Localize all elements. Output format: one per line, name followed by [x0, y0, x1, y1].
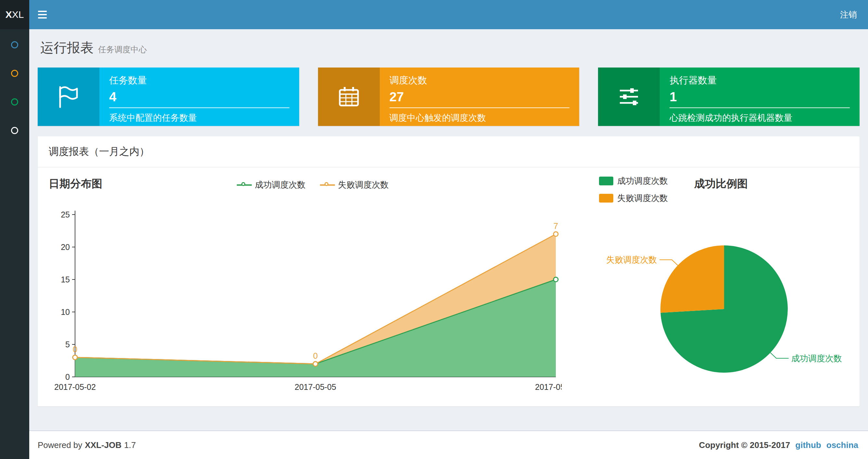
- sidebar: [0, 29, 29, 459]
- svg-text:成功调度次数: 成功调度次数: [791, 354, 842, 363]
- date-distribution-section: 日期分布图 成功调度次数: [38, 167, 562, 406]
- svg-text:10: 10: [61, 307, 70, 317]
- line-chart-title: 日期分布图: [49, 176, 102, 191]
- footer-copyright: Copyright © 2015-2017 github oschina: [699, 440, 858, 450]
- app-logo-rest: XL: [12, 9, 24, 20]
- info-box-title: 任务数量: [109, 74, 289, 87]
- date-distribution-chart: 05101520252017-05-022017-05-052017-05-08…: [38, 200, 562, 409]
- svg-text:25: 25: [61, 210, 70, 219]
- svg-text:5: 5: [65, 340, 70, 349]
- legend-item-fail[interactable]: 失败调度次数: [320, 179, 389, 191]
- svg-text:2017-05-08: 2017-05-08: [535, 383, 562, 392]
- footer-powered-by: Powered by XXL-JOB 1.7: [38, 440, 136, 450]
- divider: [390, 107, 570, 108]
- info-box-executors: 执行器数量 1 心跳检测成功的执行器机器数量: [598, 67, 860, 126]
- sidebar-item-4[interactable]: [11, 127, 18, 134]
- divider: [670, 107, 850, 108]
- svg-text:7: 7: [554, 221, 558, 231]
- svg-text:15: 15: [61, 275, 70, 284]
- hamburger-icon: [38, 17, 47, 19]
- info-box-body: 任务数量 4 系统中配置的任务数量: [99, 67, 299, 126]
- info-box-description: 心跳检测成功的执行器机器数量: [670, 112, 850, 124]
- hamburger-icon: [38, 11, 47, 12]
- brand-name: XXL-JOB: [85, 440, 122, 450]
- content-area: 运行报表任务调度中心 任务数量 4 系统中配置的任务数量: [29, 29, 868, 459]
- success-ratio-chart: 成功调度次数失败调度次数: [562, 167, 867, 409]
- report-panel-body: 日期分布图 成功调度次数: [38, 167, 860, 406]
- main-layout: 运行报表任务调度中心 任务数量 4 系统中配置的任务数量: [0, 29, 868, 459]
- legend-label: 成功调度次数: [255, 179, 306, 191]
- info-box-value: 27: [390, 90, 570, 104]
- page-header: 运行报表任务调度中心: [29, 29, 868, 67]
- navbar-main: 注销: [29, 0, 868, 29]
- version: 1.7: [124, 440, 136, 450]
- svg-text:0: 0: [73, 345, 77, 354]
- top-navbar: XXL 注销: [0, 0, 868, 29]
- info-box-value: 1: [670, 90, 850, 104]
- sidebar-toggle-button[interactable]: [29, 0, 55, 29]
- svg-text:失败调度次数: 失败调度次数: [606, 255, 657, 265]
- oschina-link[interactable]: oschina: [827, 440, 858, 450]
- logout-link[interactable]: 注销: [829, 0, 868, 29]
- sliders-icon: [598, 67, 660, 126]
- info-box-title: 调度次数: [390, 74, 570, 87]
- report-panel-title: 调度报表（一月之内）: [38, 136, 860, 167]
- info-box-body: 调度次数 27 调度中心触发的调度次数: [380, 67, 580, 126]
- info-box-jobs: 任务数量 4 系统中配置的任务数量: [38, 67, 299, 126]
- divider: [109, 107, 289, 108]
- info-box-value: 4: [109, 90, 289, 104]
- footer: Powered by XXL-JOB 1.7 Copyright © 2015-…: [29, 430, 868, 459]
- sidebar-item-3[interactable]: [11, 98, 18, 105]
- svg-text:0: 0: [65, 372, 70, 382]
- legend-item-success[interactable]: 成功调度次数: [237, 179, 306, 191]
- powered-prefix: Powered by: [38, 440, 82, 450]
- app-logo[interactable]: XXL: [0, 0, 29, 29]
- github-link[interactable]: github: [795, 440, 821, 450]
- line-circle-marker-icon: [320, 181, 335, 189]
- info-box-description: 系统中配置的任务数量: [109, 112, 289, 124]
- info-box-triggers: 调度次数 27 调度中心触发的调度次数: [318, 67, 580, 126]
- info-box-body: 执行器数量 1 心跳检测成功的执行器机器数量: [660, 67, 860, 126]
- page-title: 运行报表: [40, 40, 94, 55]
- success-ratio-section: 成功调度次数 失败调度次数 成功比例图 成功调度次数失败调度次数: [562, 167, 860, 406]
- line-circle-marker-icon: [237, 181, 252, 189]
- svg-text:20: 20: [61, 242, 70, 252]
- info-box-description: 调度中心触发的调度次数: [390, 112, 570, 124]
- content-spacer: [29, 406, 868, 430]
- line-chart-legend: 成功调度次数 失败调度次数: [237, 179, 389, 191]
- svg-text:2017-05-02: 2017-05-02: [54, 383, 96, 392]
- report-panel: 调度报表（一月之内） 日期分布图 成功调度次数: [38, 136, 860, 406]
- legend-label: 失败调度次数: [338, 179, 389, 191]
- flag-icon: [38, 67, 99, 126]
- hamburger-icon: [38, 14, 47, 15]
- info-box-title: 执行器数量: [670, 74, 850, 87]
- calendar-icon: [318, 67, 380, 126]
- sidebar-item-2[interactable]: [11, 70, 18, 77]
- summary-boxes: 任务数量 4 系统中配置的任务数量: [29, 67, 868, 126]
- app-logo-bold: X: [5, 9, 12, 20]
- sidebar-item-1[interactable]: [11, 41, 18, 48]
- copyright-text: Copyright © 2015-2017: [699, 440, 790, 450]
- svg-text:0: 0: [313, 351, 318, 361]
- svg-text:2017-05-05: 2017-05-05: [294, 383, 336, 392]
- page-subtitle: 任务调度中心: [98, 45, 147, 54]
